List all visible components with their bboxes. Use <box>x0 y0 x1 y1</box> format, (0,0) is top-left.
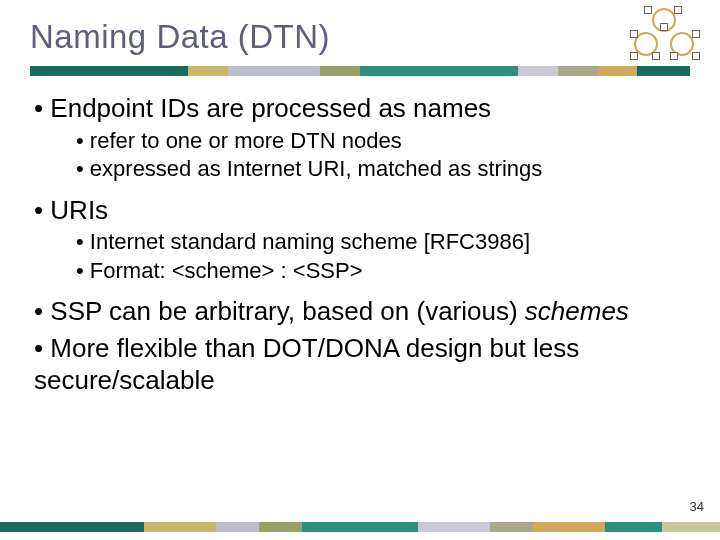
slide: Naming Data (DTN) Endpoint IDs are proce… <box>0 0 720 540</box>
bullet-endpoint-ids: Endpoint IDs are processed as names refe… <box>34 92 690 184</box>
bullet-text: expressed as Internet URI, matched as st… <box>90 156 542 181</box>
bullet-text: More flexible than DOT/DONA design but l… <box>34 333 579 396</box>
bullet-text: Endpoint IDs are processed as names <box>50 93 491 123</box>
bullet-text: refer to one or more DTN nodes <box>90 128 402 153</box>
network-logo <box>630 6 708 66</box>
bullet-text: Internet standard naming scheme [RFC3986… <box>90 229 530 254</box>
bullet-flexibility: More flexible than DOT/DONA design but l… <box>34 332 690 397</box>
slide-title: Naming Data (DTN) <box>30 18 690 56</box>
bullet-ssp: SSP can be arbitrary, based on (various)… <box>34 295 690 328</box>
bullet-text: Format: <scheme> : <SSP> <box>90 258 363 283</box>
bullet-text: SSP can be arbitrary, based on (various) <box>50 296 525 326</box>
divider-top <box>30 66 690 76</box>
divider-bottom <box>0 522 720 532</box>
content-area: Endpoint IDs are processed as names refe… <box>30 92 690 397</box>
bullet-uris: URIs Internet standard naming scheme [RF… <box>34 194 690 286</box>
bullet-text-em: schemes <box>525 296 629 326</box>
subbullet: expressed as Internet URI, matched as st… <box>76 155 690 184</box>
subbullet: Internet standard naming scheme [RFC3986… <box>76 228 690 257</box>
subbullet: refer to one or more DTN nodes <box>76 127 690 156</box>
subbullet: Format: <scheme> : <SSP> <box>76 257 690 286</box>
bullet-text: URIs <box>50 195 108 225</box>
page-number: 34 <box>690 499 704 514</box>
